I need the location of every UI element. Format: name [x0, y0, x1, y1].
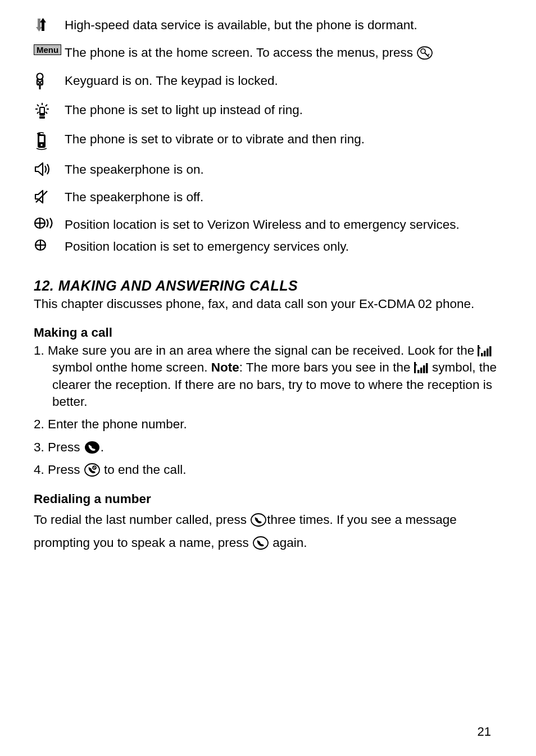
glossary-row: High-speed data service is available, bu…	[34, 16, 497, 33]
svg-rect-40	[426, 363, 428, 373]
signal-bars-icon	[414, 362, 429, 373]
text-fragment: 1. Make sure you are in an area where th…	[34, 343, 478, 357]
svg-point-21	[40, 144, 43, 146]
data-dormant-icon	[34, 16, 65, 33]
glossary-row: Keyguard is on. The keypad is locked.	[34, 71, 497, 90]
svg-rect-38	[420, 368, 423, 373]
text-fragment: To redial the last number called, press	[34, 513, 250, 527]
glossary-row: Position location is set to emergency se…	[34, 237, 497, 255]
svg-rect-32	[484, 351, 486, 356]
redialing-heading: Redialing a number	[34, 492, 497, 506]
list-item: 4. Press to end the call.	[48, 461, 497, 478]
section-intro: This chapter discusses phone, fax, and d…	[34, 296, 497, 312]
text-fragment: : The more bars you see in the	[239, 360, 414, 374]
glossary-desc: Position location is set to emergency se…	[65, 237, 349, 255]
making-a-call-steps: 1. Make sure you are in an area where th…	[34, 342, 497, 479]
glossary-desc: Position location is set to Verizon Wire…	[65, 215, 460, 233]
section-heading: 12. MAKING AND ANSWERING CALLS	[34, 278, 497, 294]
svg-point-42	[85, 464, 99, 476]
svg-point-5	[37, 73, 43, 79]
text-fragment: again.	[269, 536, 307, 550]
call-key-icon	[252, 536, 269, 550]
svg-rect-34	[489, 346, 492, 356]
end-key-icon	[84, 463, 101, 477]
text-fragment: The phone is at the home screen. To acce…	[65, 46, 416, 60]
svg-point-46	[253, 537, 268, 549]
call-key-icon	[250, 513, 267, 527]
note-label: Note	[211, 360, 239, 374]
svg-rect-19	[39, 116, 45, 119]
glossary-desc: Keyguard is on. The keypad is locked.	[65, 71, 278, 89]
glossary-desc: The speakerphone is off.	[65, 188, 203, 205]
signal-bars-icon	[478, 345, 492, 356]
svg-point-45	[251, 514, 266, 526]
svg-line-15	[37, 112, 39, 114]
ok-key-icon	[416, 46, 433, 60]
list-item: 3. Press .	[48, 439, 497, 456]
glossary-row: The speakerphone is off.	[34, 188, 497, 205]
glossary-desc: High-speed data service is available, bu…	[65, 16, 417, 33]
vibrate-icon	[34, 130, 65, 150]
status-icon-glossary: High-speed data service is available, bu…	[34, 16, 497, 255]
call-key-icon	[84, 440, 101, 455]
glossary-row: The phone is set to light up instead of …	[34, 101, 497, 120]
speaker-on-icon	[34, 160, 65, 177]
svg-line-4	[428, 54, 429, 56]
text-fragment: 4. Press	[34, 463, 84, 477]
svg-rect-9	[39, 85, 41, 89]
text-fragment: .	[101, 440, 104, 454]
menu-badge-label: Menu	[34, 44, 61, 55]
list-item: 1. Make sure you are in an area where th…	[52, 342, 497, 411]
svg-rect-39	[423, 365, 425, 373]
glossary-row: Position location is set to Verizon Wire…	[34, 215, 497, 233]
text-fragment: to end the call.	[101, 463, 187, 477]
keyguard-icon	[34, 71, 65, 90]
svg-rect-31	[481, 353, 483, 356]
svg-line-44	[93, 467, 96, 469]
glossary-desc: The speakerphone is on.	[65, 160, 204, 178]
redialing-text: To redial the last number called, press …	[34, 509, 497, 554]
svg-rect-33	[487, 348, 489, 356]
making-a-call-heading: Making a call	[34, 325, 497, 340]
glossary-desc: The phone is set to vibrate or to vibrat…	[65, 130, 365, 147]
glossary-row: Menu The phone is at the home screen. To…	[34, 43, 497, 61]
list-item: 2. Enter the phone number.	[48, 416, 497, 433]
lightup-icon	[34, 101, 65, 120]
svg-line-12	[46, 105, 47, 106]
text-fragment: symbol onthe home screen.	[52, 360, 211, 374]
svg-line-11	[37, 105, 39, 106]
svg-line-22	[36, 191, 47, 202]
svg-rect-37	[417, 370, 420, 373]
glossary-row: The phone is set to vibrate or to vibrat…	[34, 130, 497, 150]
speaker-off-icon	[34, 188, 65, 205]
svg-line-16	[46, 112, 47, 114]
glossary-desc: The phone is set to light up instead of …	[65, 101, 303, 118]
text-fragment: 3. Press	[34, 440, 84, 454]
svg-rect-20	[39, 136, 44, 142]
glossary-desc: The phone is at the home screen. To acce…	[65, 43, 433, 61]
menu-badge-icon: Menu	[34, 43, 65, 55]
svg-point-41	[85, 441, 99, 454]
location-full-icon	[34, 215, 65, 230]
svg-point-2	[421, 49, 425, 53]
glossary-row: The speakerphone is on.	[34, 160, 497, 178]
page-number: 21	[478, 725, 491, 739]
svg-rect-18	[40, 108, 44, 113]
location-emergency-icon	[34, 237, 65, 252]
